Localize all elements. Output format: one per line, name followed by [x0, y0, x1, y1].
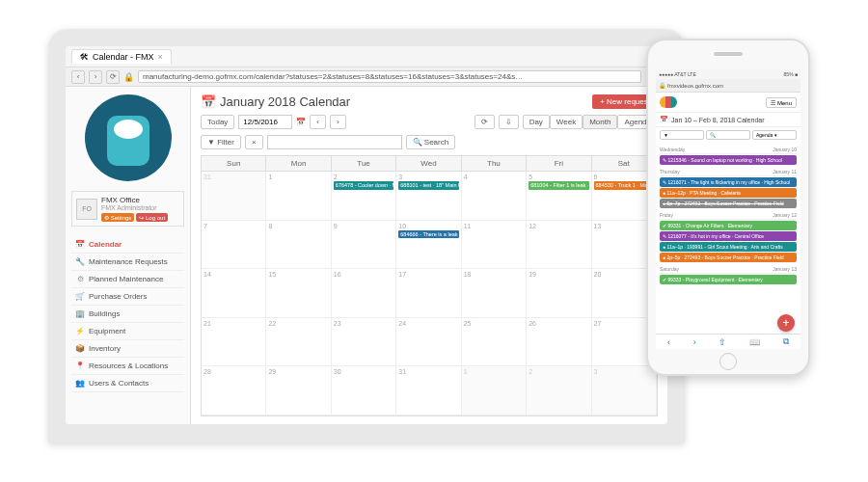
phone-back-icon[interactable]: ‹: [667, 337, 670, 347]
phone-filter-button[interactable]: ▼: [660, 130, 704, 140]
calendar-cell[interactable]: 28: [202, 366, 266, 415]
phone-tabs-icon[interactable]: ⧉: [783, 336, 789, 347]
calendar-cell[interactable]: 26: [527, 318, 591, 367]
calendar-cell[interactable]: 11: [462, 221, 527, 270]
phone-event[interactable]: ● 11a–1p · 193991 - Girl Scout Meeting ·…: [660, 242, 797, 252]
search-button[interactable]: 🔍 Search: [406, 135, 456, 149]
sidebar-item-buildings[interactable]: 🏢Buildings: [71, 306, 184, 323]
calendar-cell[interactable]: 29: [266, 366, 331, 415]
reload-button[interactable]: ⟳: [106, 70, 120, 84]
prev-button[interactable]: ‹: [310, 115, 326, 129]
calendar-cell[interactable]: 21: [202, 318, 266, 367]
phone-screen: ●●●●● AT&T LTE 85% ■ 🔒fmxvideos.gofmx.co…: [656, 69, 800, 349]
calendar-cell[interactable]: 2676478 - Cooler down · Main Plant: [332, 172, 396, 221]
back-button[interactable]: ‹: [71, 70, 85, 84]
calendar-cell[interactable]: 14: [202, 269, 266, 318]
next-button[interactable]: ›: [330, 115, 346, 129]
phone-day-header: SaturdayJanuary 13: [660, 265, 797, 274]
clear-filter-button[interactable]: ×: [245, 135, 263, 149]
calendar-event[interactable]: 688101 - test · 18" Main Line: [398, 181, 458, 190]
calendar-event[interactable]: 676478 - Cooler down · Main Plant: [334, 181, 393, 190]
phone-event[interactable]: ✔ 99333 - Playground Equipment · Element…: [660, 275, 797, 284]
search-input[interactable]: [267, 135, 402, 149]
phone-share-icon[interactable]: ⇧: [719, 337, 726, 347]
sidebar-item-planned-maintenance[interactable]: ⚙Planned Maintenance: [71, 271, 184, 288]
calendar-cell[interactable]: 10684666 - There is a leak · Corporate H…: [396, 221, 461, 270]
phone-event[interactable]: ✎ 1215346 - Sound on laptop not working …: [660, 155, 797, 165]
phone-forward-icon[interactable]: ›: [693, 337, 696, 347]
calendar-cell[interactable]: 17: [396, 269, 461, 318]
calendar-cell[interactable]: 7: [202, 221, 266, 270]
calendar-cell[interactable]: 3688101 - test · 18" Main Line: [396, 172, 461, 221]
calendar-cell[interactable]: 22: [266, 318, 331, 367]
browser-tab-bar: 🛠 Calendar - FMX ×: [66, 46, 667, 67]
phone-event[interactable]: ✎ 1216077 - It's hot in my office · Cent…: [660, 231, 797, 241]
calendar-cell[interactable]: 31: [202, 172, 266, 221]
phone-event[interactable]: ● 5p–7p · 272492 - Boys Soccer Practice …: [660, 199, 797, 208]
view-month-button[interactable]: Month: [583, 115, 617, 129]
calendar-cell[interactable]: 1: [462, 366, 527, 415]
calendar-event[interactable]: 681004 - Filter 1 is leak · Main Plant: [529, 181, 588, 190]
calendar-cell[interactable]: 2: [527, 366, 591, 415]
sidebar-item-inventory[interactable]: 📦Inventory: [71, 340, 184, 358]
app-body: FO FMX Office FMX Administrator ⚙ Settin…: [66, 87, 667, 424]
view-week-button[interactable]: Week: [550, 115, 583, 129]
logout-button[interactable]: ↪ Log out: [136, 213, 168, 222]
date-input[interactable]: [238, 115, 292, 129]
phone-speaker: [714, 52, 743, 56]
phone-event-list[interactable]: WednesdayJanuary 10✎ 1215346 - Sound on …: [656, 143, 800, 334]
calendar-cell[interactable]: 16: [332, 269, 396, 318]
tab-title: Calendar - FMX: [93, 52, 154, 62]
calendar-cell[interactable]: 4: [462, 172, 527, 221]
calendar-cell[interactable]: 3: [592, 366, 657, 415]
menu-button[interactable]: ☰ Menu: [766, 97, 797, 108]
calendar-cell[interactable]: 31: [396, 366, 461, 415]
nav-list: 📅Calendar🔧Maintenance Requests⚙Planned M…: [71, 236, 184, 392]
phone-event[interactable]: ✔ 99331 - Change Air Filters · Elementar…: [660, 221, 797, 230]
address-bar: ‹ › ⟳ 🔒 manufacturing-demo.gofmx.com/cal…: [66, 67, 667, 87]
calendar-cell[interactable]: 9: [332, 221, 396, 270]
calendar-cell[interactable]: 1: [266, 172, 331, 221]
settings-button[interactable]: ⚙ Settings: [101, 213, 134, 222]
today-button[interactable]: Today: [201, 115, 234, 129]
sidebar-item-equipment[interactable]: ⚡Equipment: [71, 323, 184, 340]
sidebar-item-users-contacts[interactable]: 👥Users & Contacts: [71, 375, 184, 392]
phone-event[interactable]: ✎ 1216071 - The light is flickering in m…: [660, 177, 797, 187]
phone-status-bar: ●●●●● AT&T LTE 85% ■: [656, 69, 800, 79]
add-button[interactable]: +: [777, 314, 795, 332]
view-day-button[interactable]: Day: [523, 115, 550, 129]
export-button[interactable]: ⇩: [499, 115, 519, 129]
user-badge: FO: [76, 199, 97, 220]
url-input[interactable]: manufacturing-demo.gofmx.com/calendar?st…: [138, 70, 641, 83]
sidebar-item-purchase-orders[interactable]: 🛒Purchase Orders: [71, 288, 184, 306]
browser-tab[interactable]: 🛠 Calendar - FMX ×: [71, 49, 172, 64]
forward-button[interactable]: ›: [89, 70, 102, 84]
sidebar-item-maintenance-requests[interactable]: 🔧Maintenance Requests: [71, 254, 184, 271]
calendar-event[interactable]: 684666 - There is a leak · Corporate HQ: [398, 230, 458, 239]
sidebar-item-calendar[interactable]: 📅Calendar: [71, 236, 184, 254]
nav-icon: 📦: [75, 344, 85, 353]
phone-view-button[interactable]: Agenda ▾: [752, 130, 797, 140]
calendar-picker-icon[interactable]: 📅: [296, 118, 306, 126]
calendar-cell[interactable]: 24: [396, 318, 461, 367]
calendar-cell[interactable]: 23: [332, 318, 396, 367]
calendar-cell[interactable]: 12: [527, 221, 591, 270]
home-button[interactable]: [719, 353, 737, 370]
sidebar-item-resources-locations[interactable]: 📍Resources & Locations: [71, 358, 184, 375]
calendar-cell[interactable]: 30: [332, 366, 396, 415]
calendar-cell[interactable]: 25: [462, 318, 527, 367]
calendar-cell[interactable]: 15: [266, 269, 331, 318]
calendar-cell[interactable]: 19: [527, 269, 591, 318]
refresh-button[interactable]: ⟳: [475, 115, 495, 129]
phone-search-input[interactable]: 🔍: [706, 130, 750, 140]
calendar-cell[interactable]: 5681004 - Filter 1 is leak · Main Plant: [527, 172, 591, 221]
phone-event[interactable]: ● 11a–12p · PTA Meeting · Cafeteria: [660, 188, 797, 198]
calendar-cell[interactable]: 8: [266, 221, 331, 270]
phone-bookmarks-icon[interactable]: 📖: [749, 337, 760, 347]
filter-button[interactable]: ▼ Filter: [201, 135, 241, 149]
phone-address-bar[interactable]: 🔒fmxvideos.gofmx.com: [656, 79, 800, 93]
calendar-event[interactable]: 684530 - Truck 1 · Main Plant: [594, 181, 654, 190]
calendar-cell[interactable]: 18: [462, 269, 527, 318]
phone-event[interactable]: ● 2p–5p · 272493 - Boys Soccer Practice …: [660, 253, 797, 262]
close-icon[interactable]: ×: [158, 52, 163, 62]
